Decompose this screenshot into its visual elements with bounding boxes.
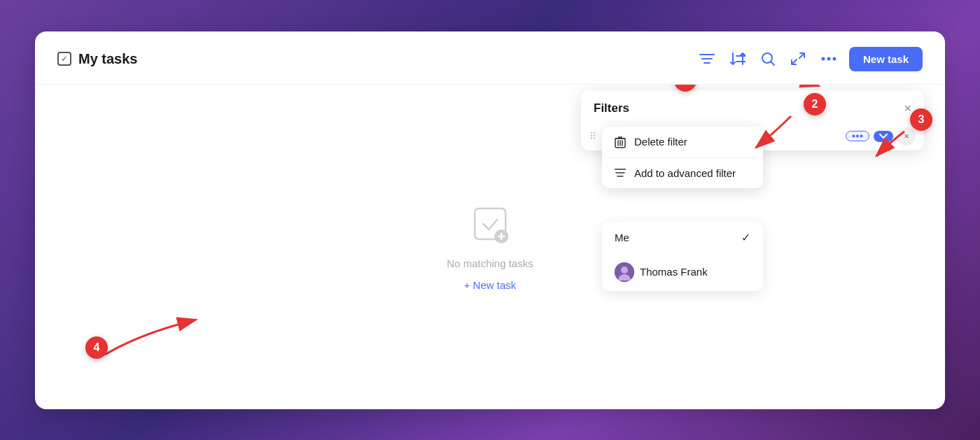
my-tasks-icon: ✓ (57, 52, 71, 66)
no-matching-text: No matching tasks (447, 257, 533, 269)
annotation-4: 4 (85, 336, 108, 359)
svg-point-17 (856, 135, 859, 138)
filters-panel: Filters × ⠿ Assignee: Me (581, 90, 924, 150)
user-avatar (615, 262, 634, 282)
svg-point-7 (821, 57, 825, 61)
new-task-button[interactable]: New task (849, 47, 923, 71)
filter-actions-right: × (846, 127, 916, 146)
main-card: ✓ My tasks (35, 31, 945, 409)
svg-point-8 (827, 57, 830, 61)
context-menu: Delete filter Add to advanced filter (602, 127, 763, 188)
search-button[interactable] (758, 49, 778, 69)
filter-clear-button[interactable]: × (897, 127, 916, 146)
sort-button[interactable] (727, 49, 748, 69)
new-task-link[interactable]: + New task (464, 279, 517, 291)
assignee-dropdown-list: Me ✓ Thomas Frank (602, 222, 763, 291)
more-options-button[interactable] (818, 54, 839, 64)
svg-point-9 (832, 57, 836, 61)
empty-state: No matching tasks + New task (447, 203, 533, 291)
check-icon: ✓ (741, 231, 750, 244)
filter-button[interactable] (696, 50, 718, 68)
arrow-4-svg (98, 306, 210, 362)
annotation-2: 2 (804, 93, 826, 115)
svg-point-18 (860, 135, 863, 138)
filters-header: Filters × (581, 90, 924, 122)
delete-filter-item[interactable]: Delete filter (602, 127, 763, 157)
page-header: ✓ My tasks (35, 31, 945, 85)
thomas-frank-dropdown-item[interactable]: Thomas Frank (602, 253, 763, 291)
svg-point-24 (621, 267, 628, 274)
filter-more-button[interactable] (846, 131, 869, 141)
me-label: Me (615, 232, 629, 243)
filters-close-button[interactable]: × (904, 102, 911, 115)
add-advanced-filter-label: Add to advanced filter (634, 167, 736, 179)
delete-filter-label: Delete filter (634, 136, 687, 148)
header-left: ✓ My tasks (57, 51, 138, 67)
resize-button[interactable] (788, 49, 808, 69)
drag-handle-icon[interactable]: ⠿ (589, 131, 596, 142)
svg-point-16 (853, 135, 855, 138)
header-actions: New task (696, 47, 923, 71)
filters-title: Filters (594, 101, 629, 115)
me-dropdown-item[interactable]: Me ✓ (602, 222, 763, 253)
filter-chevron-button[interactable] (874, 131, 893, 142)
content-area: No matching tasks + New task Filters × ⠿ (35, 85, 945, 409)
annotation-3: 3 (910, 108, 932, 131)
add-advanced-filter-item[interactable]: Add to advanced filter (602, 158, 763, 188)
svg-line-6 (771, 62, 774, 66)
user-label: Thomas Frank (640, 266, 708, 278)
page-title: My tasks (78, 51, 138, 67)
